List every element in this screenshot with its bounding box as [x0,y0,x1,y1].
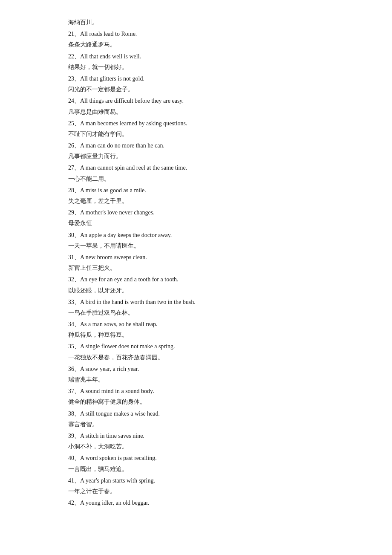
english-text: 40、A word spoken is past recalling. [68,453,324,463]
list-item: 41、A year's plan starts with spring.一年之计… [68,475,324,497]
list-item: 34、As a man sows, so he shall reap.种瓜得瓜，… [68,319,324,340]
list-item: 27、A man cannot spin and reel at the sam… [68,162,324,184]
list-item: 26、A man can do no more than he can.凡事都应… [68,140,324,162]
english-text: 38、A still tongue makes a wise head. [68,408,324,419]
list-item: 海纳百川。 [68,17,324,28]
list-item: 35、A single flower does not make a sprin… [68,341,324,362]
english-text: 42、A young idler, an old beggar. [68,497,324,508]
list-item: 37、A sound mind in a sound body.健全的精神寓于健… [68,386,324,407]
english-text: 33、A bird in the hand is worth than two … [68,297,324,307]
chinese-text: 瑞雪兆丰年。 [68,374,324,385]
list-item: 23、All that glitters is not gold.闪光的不一定都… [68,73,324,95]
list-item: 39、A stitch in time saves nine.小洞不补，大洞吃苦… [68,431,324,452]
english-text: 28、A miss is as good as a mile. [68,185,324,196]
chinese-text: 种瓜得瓜，种豆得豆。 [68,330,324,340]
english-text: 34、As a man sows, so he shall reap. [68,319,324,330]
english-text: 21、All roads lead to Rome. [68,29,324,39]
english-text: 26、A man can do no more than he can. [68,140,324,151]
chinese-text: 凡事总是由难而易。 [68,107,324,117]
chinese-text: 凡事都应量力而行。 [68,151,324,162]
chinese-text: 新官上任三把火。 [68,263,324,273]
chinese-text: 闪光的不一定都是金子。 [68,84,324,95]
list-item: 30、An apple a day keeps the doctor away.… [68,230,324,251]
chinese-text: 一鸟在手胜过双鸟在林。 [68,307,324,318]
list-item: 32、An eye for an eye and a tooth for a t… [68,274,324,295]
list-item: 29、A mother's love never changes.母爱永恒 [68,207,324,228]
english-text: 39、A stitch in time saves nine. [68,431,324,441]
english-text: 25、A man becomes learned by asking quest… [68,118,324,129]
list-item: 38、A still tongue makes a wise head.寡言者智… [68,408,324,430]
english-text: 29、A mother's love never changes. [68,207,324,218]
list-item: 25、A man becomes learned by asking quest… [68,118,324,139]
list-item: 28、A miss is as good as a mile.失之毫厘，差之千里… [68,185,324,206]
english-text: 24、All things are difficult before they … [68,95,324,106]
english-text: 32、An eye for an eye and a tooth for a t… [68,274,324,285]
english-text: 36、A snow year, a rich year. [68,364,324,374]
english-text: 37、A sound mind in a sound body. [68,386,324,396]
english-text: 35、A single flower does not make a sprin… [68,341,324,352]
chinese-text: 小洞不补，大洞吃苦。 [68,441,324,452]
list-item: 31、A new broom sweeps clean.新官上任三把火。 [68,252,324,273]
english-text: 22、All that ends well is well. [68,51,324,62]
list-item: 40、A word spoken is past recalling.一言既出，… [68,453,324,474]
chinese-text: 条条大路通罗马。 [68,39,324,50]
chinese-text: 一花独放不是春，百花齐放春满园。 [68,352,324,363]
chinese-text: 母爱永恒 [68,218,324,228]
chinese-text: 一心不能二用。 [68,173,324,184]
chinese-text: 健全的精神寓于健康的身体。 [68,396,324,407]
list-item: 33、A bird in the hand is worth than two … [68,297,324,318]
english-text: 23、All that glitters is not gold. [68,73,324,84]
chinese-text: 不耻下问才能有学问。 [68,129,324,139]
english-text: 27、A man cannot spin and reel at the sam… [68,162,324,173]
chinese-text: 结果好，就一切都好。 [68,62,324,72]
chinese-text: 一言既出，驷马难追。 [68,464,324,474]
list-item: 36、A snow year, a rich year.瑞雪兆丰年。 [68,364,324,385]
list-item: 42、A young idler, an old beggar. [68,497,324,508]
chinese-text: 一天一苹果，不用请医生。 [68,240,324,251]
list-item: 24、All things are difficult before they … [68,95,324,117]
english-text: 31、A new broom sweeps clean. [68,252,324,263]
english-text: 30、An apple a day keeps the doctor away. [68,230,324,240]
content-area: 海纳百川。21、All roads lead to Rome.条条大路通罗马。2… [68,17,324,508]
list-item: 21、All roads lead to Rome.条条大路通罗马。 [68,29,324,50]
chinese-text: 一年之计在于春。 [68,486,324,497]
english-text: 41、A year's plan starts with spring. [68,475,324,486]
list-item: 22、All that ends well is well.结果好，就一切都好。 [68,51,324,72]
chinese-text: 以眼还眼，以牙还牙。 [68,285,324,296]
chinese-text: 寡言者智。 [68,419,324,430]
chinese-text: 海纳百川。 [68,17,324,28]
chinese-text: 失之毫厘，差之千里。 [68,196,324,206]
